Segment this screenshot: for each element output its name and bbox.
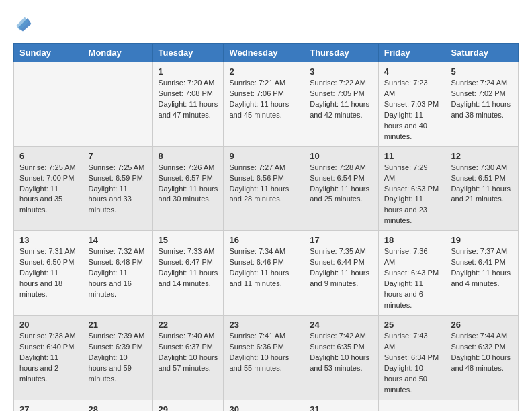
day-number: 2 — [229, 66, 298, 77]
day-number: 22 — [159, 320, 218, 330]
day-number: 1 — [159, 66, 218, 77]
day-cell: 29Sunrise: 6:47 AMSunset: 5:29 PMDayligh… — [152, 400, 224, 411]
column-header-friday: Friday — [378, 44, 445, 62]
day-number: 19 — [451, 235, 513, 245]
day-number: 15 — [159, 235, 218, 245]
day-info: Sunrise: 7:28 AMSunset: 6:54 PMDaylight:… — [310, 163, 372, 205]
day-info: Sunrise: 7:43 AMSunset: 6:34 PMDaylight:… — [384, 331, 440, 396]
day-cell: 13Sunrise: 7:31 AMSunset: 6:50 PMDayligh… — [14, 231, 83, 316]
day-cell: 7Sunrise: 7:25 AMSunset: 6:59 PMDaylight… — [83, 146, 152, 231]
day-info: Sunrise: 7:36 AMSunset: 6:43 PMDaylight:… — [384, 246, 440, 311]
day-number: 24 — [310, 320, 372, 330]
column-header-tuesday: Tuesday — [152, 44, 224, 62]
column-header-saturday: Saturday — [445, 44, 519, 62]
day-number: 14 — [89, 235, 147, 245]
day-cell: 26Sunrise: 7:44 AMSunset: 6:32 PMDayligh… — [445, 315, 519, 400]
day-cell — [14, 62, 83, 147]
day-info: Sunrise: 7:41 AMSunset: 6:36 PMDaylight:… — [229, 331, 298, 374]
day-info: Sunrise: 7:40 AMSunset: 6:37 PMDaylight:… — [159, 331, 218, 374]
day-info: Sunrise: 7:34 AMSunset: 6:46 PMDaylight:… — [229, 246, 298, 289]
day-info: Sunrise: 7:37 AMSunset: 6:41 PMDaylight:… — [451, 246, 513, 289]
column-header-wednesday: Wednesday — [224, 44, 304, 62]
day-info: Sunrise: 7:22 AMSunset: 7:05 PMDaylight:… — [310, 78, 372, 121]
day-number: 21 — [89, 320, 147, 330]
column-header-sunday: Sunday — [14, 44, 83, 62]
day-cell: 9Sunrise: 7:27 AMSunset: 6:56 PMDaylight… — [224, 146, 304, 231]
day-cell: 10Sunrise: 7:28 AMSunset: 6:54 PMDayligh… — [304, 146, 378, 231]
logo-icon — [13, 13, 32, 32]
day-number: 31 — [310, 404, 372, 412]
day-cell: 24Sunrise: 7:42 AMSunset: 6:35 PMDayligh… — [304, 315, 378, 400]
day-cell: 6Sunrise: 7:25 AMSunset: 7:00 PMDaylight… — [14, 146, 83, 231]
day-cell: 30Sunrise: 6:48 AMSunset: 5:28 PMDayligh… — [224, 400, 304, 411]
day-cell — [378, 400, 445, 411]
day-info: Sunrise: 7:39 AMSunset: 6:39 PMDaylight:… — [89, 331, 147, 385]
day-cell: 27Sunrise: 6:45 AMSunset: 5:31 PMDayligh… — [14, 400, 83, 411]
day-cell: 12Sunrise: 7:30 AMSunset: 6:51 PMDayligh… — [445, 146, 519, 231]
day-info: Sunrise: 7:26 AMSunset: 6:57 PMDaylight:… — [159, 163, 218, 205]
day-number: 28 — [89, 404, 147, 412]
day-number: 25 — [384, 320, 440, 330]
day-number: 30 — [229, 404, 298, 412]
day-cell: 14Sunrise: 7:32 AMSunset: 6:48 PMDayligh… — [83, 231, 152, 316]
day-number: 13 — [19, 235, 77, 245]
day-info: Sunrise: 7:35 AMSunset: 6:44 PMDaylight:… — [310, 246, 372, 289]
day-cell: 28Sunrise: 6:46 AMSunset: 5:30 PMDayligh… — [83, 400, 152, 411]
day-info: Sunrise: 7:38 AMSunset: 6:40 PMDaylight:… — [19, 331, 77, 385]
day-cell: 8Sunrise: 7:26 AMSunset: 6:57 PMDaylight… — [152, 146, 224, 231]
week-row-3: 13Sunrise: 7:31 AMSunset: 6:50 PMDayligh… — [14, 231, 519, 316]
day-cell: 1Sunrise: 7:20 AMSunset: 7:08 PMDaylight… — [152, 62, 224, 147]
day-info: Sunrise: 7:29 AMSunset: 6:53 PMDaylight:… — [384, 163, 440, 227]
column-header-monday: Monday — [83, 44, 152, 62]
day-number: 10 — [310, 151, 372, 161]
day-info: Sunrise: 7:31 AMSunset: 6:50 PMDaylight:… — [19, 246, 77, 300]
day-cell — [83, 62, 152, 147]
day-number: 20 — [19, 320, 77, 330]
day-info: Sunrise: 7:32 AMSunset: 6:48 PMDaylight:… — [89, 246, 147, 300]
day-info: Sunrise: 7:20 AMSunset: 7:08 PMDaylight:… — [159, 78, 218, 121]
day-info: Sunrise: 7:44 AMSunset: 6:32 PMDaylight:… — [451, 331, 513, 374]
column-header-thursday: Thursday — [304, 44, 378, 62]
day-info: Sunrise: 7:33 AMSunset: 6:47 PMDaylight:… — [159, 246, 218, 289]
day-cell: 16Sunrise: 7:34 AMSunset: 6:46 PMDayligh… — [224, 231, 304, 316]
header-row: SundayMondayTuesdayWednesdayThursdayFrid… — [14, 44, 519, 62]
day-number: 23 — [229, 320, 298, 330]
day-cell: 11Sunrise: 7:29 AMSunset: 6:53 PMDayligh… — [378, 146, 445, 231]
day-number: 4 — [384, 66, 440, 77]
day-number: 12 — [451, 151, 513, 161]
day-cell: 19Sunrise: 7:37 AMSunset: 6:41 PMDayligh… — [445, 231, 519, 316]
day-cell: 5Sunrise: 7:24 AMSunset: 7:02 PMDaylight… — [445, 62, 519, 147]
logo — [13, 13, 35, 32]
calendar-table: SundayMondayTuesdayWednesdayThursdayFrid… — [13, 43, 519, 411]
day-cell: 21Sunrise: 7:39 AMSunset: 6:39 PMDayligh… — [83, 315, 152, 400]
week-row-1: 1Sunrise: 7:20 AMSunset: 7:08 PMDaylight… — [14, 62, 519, 147]
day-number: 6 — [19, 151, 77, 161]
day-cell: 23Sunrise: 7:41 AMSunset: 6:36 PMDayligh… — [224, 315, 304, 400]
day-number: 17 — [310, 235, 372, 245]
day-number: 26 — [451, 320, 513, 330]
day-cell: 17Sunrise: 7:35 AMSunset: 6:44 PMDayligh… — [304, 231, 378, 316]
day-number: 5 — [451, 66, 513, 77]
day-cell: 20Sunrise: 7:38 AMSunset: 6:40 PMDayligh… — [14, 315, 83, 400]
day-info: Sunrise: 7:42 AMSunset: 6:35 PMDaylight:… — [310, 331, 372, 374]
day-cell: 25Sunrise: 7:43 AMSunset: 6:34 PMDayligh… — [378, 315, 445, 400]
day-cell: 15Sunrise: 7:33 AMSunset: 6:47 PMDayligh… — [152, 231, 224, 316]
day-number: 8 — [159, 151, 218, 161]
week-row-2: 6Sunrise: 7:25 AMSunset: 7:00 PMDaylight… — [14, 146, 519, 231]
day-number: 3 — [310, 66, 372, 77]
day-number: 11 — [384, 151, 440, 161]
header — [13, 13, 519, 32]
day-cell: 31Sunrise: 6:49 AMSunset: 5:26 PMDayligh… — [304, 400, 378, 411]
day-number: 18 — [384, 235, 440, 245]
day-info: Sunrise: 7:25 AMSunset: 6:59 PMDaylight:… — [89, 163, 147, 216]
day-cell: 18Sunrise: 7:36 AMSunset: 6:43 PMDayligh… — [378, 231, 445, 316]
day-cell: 2Sunrise: 7:21 AMSunset: 7:06 PMDaylight… — [224, 62, 304, 147]
day-info: Sunrise: 7:25 AMSunset: 7:00 PMDaylight:… — [19, 163, 77, 216]
day-number: 16 — [229, 235, 298, 245]
day-info: Sunrise: 7:23 AMSunset: 7:03 PMDaylight:… — [384, 78, 440, 142]
day-info: Sunrise: 7:21 AMSunset: 7:06 PMDaylight:… — [229, 78, 298, 121]
day-cell: 22Sunrise: 7:40 AMSunset: 6:37 PMDayligh… — [152, 315, 224, 400]
day-cell: 3Sunrise: 7:22 AMSunset: 7:05 PMDaylight… — [304, 62, 378, 147]
day-cell: 4Sunrise: 7:23 AMSunset: 7:03 PMDaylight… — [378, 62, 445, 147]
day-info: Sunrise: 7:27 AMSunset: 6:56 PMDaylight:… — [229, 163, 298, 205]
